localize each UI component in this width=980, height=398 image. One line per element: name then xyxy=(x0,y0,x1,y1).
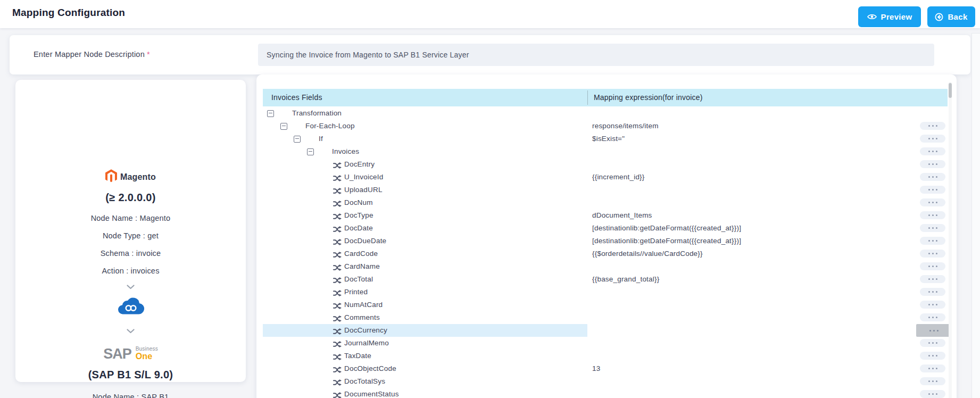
row-actions-menu-button[interactable] xyxy=(920,301,945,309)
mapping-row[interactable]: DocDate[destinationlib:getDateFormat({{c… xyxy=(263,222,952,235)
row-actions-menu-button[interactable] xyxy=(920,262,945,270)
row-actions-menu-button[interactable] xyxy=(920,135,945,143)
sap-business-text: Business xyxy=(136,346,158,352)
shuffle-map-icon xyxy=(333,161,342,168)
row-actions-menu-button[interactable] xyxy=(920,352,945,360)
row-actions-menu-button[interactable] xyxy=(920,186,945,194)
mapping-row[interactable]: DocTypedDocument_Items xyxy=(263,209,952,222)
mapping-row[interactable]: JournalMemo xyxy=(263,337,952,350)
shuffle-map-icon xyxy=(333,314,342,321)
ellipsis-dot xyxy=(928,304,930,305)
row-actions-menu-button[interactable] xyxy=(920,173,945,181)
eye-icon xyxy=(867,13,877,20)
field-label: DocumentStatus xyxy=(344,390,399,398)
mapping-row[interactable]: DocDueDate[destinationlib:getDateFormat(… xyxy=(263,235,952,247)
ellipsis-dot xyxy=(928,240,930,242)
page-scrollbar[interactable] xyxy=(971,33,980,398)
mapping-row[interactable]: TaxDate xyxy=(263,350,952,362)
mapping-row[interactable]: Comments xyxy=(263,311,952,324)
mapping-expression: [destinationlib:getDateFormat({{created_… xyxy=(592,237,741,245)
mapping-row[interactable]: DocTotalSys xyxy=(263,375,952,388)
field-label: DocTotal xyxy=(344,275,373,283)
ellipsis-dot xyxy=(936,240,937,242)
table-scrollbar-thumb[interactable] xyxy=(949,83,952,98)
mapping-row[interactable]: For-Each-Loopresponse/items/item xyxy=(263,120,952,132)
ellipsis-dot xyxy=(937,330,939,331)
ellipsis-dot xyxy=(932,393,934,395)
mapping-row[interactable]: DocCurrency xyxy=(263,324,952,337)
ellipsis-dot xyxy=(928,163,930,165)
row-actions-menu-button[interactable] xyxy=(920,211,945,219)
mapping-row[interactable]: DocEntry xyxy=(263,158,952,171)
row-actions-menu-button[interactable] xyxy=(920,160,945,168)
row-actions-menu-button[interactable] xyxy=(920,339,945,347)
mapping-row[interactable]: CardName xyxy=(263,260,952,273)
mapping-row[interactable]: If$isExist=" xyxy=(263,132,952,145)
collapse-expander-icon[interactable] xyxy=(267,110,274,117)
row-actions-menu-button[interactable] xyxy=(920,224,945,232)
row-actions-menu-button[interactable] xyxy=(920,122,945,130)
ellipsis-dot xyxy=(928,253,930,254)
row-actions-menu-button[interactable] xyxy=(920,377,945,385)
mapping-row[interactable]: DocObjectCode13 xyxy=(263,362,952,375)
ellipsis-dot xyxy=(936,393,937,395)
ellipsis-dot xyxy=(933,330,935,331)
ellipsis-dot xyxy=(932,176,934,178)
row-actions-menu-button[interactable] xyxy=(920,250,945,258)
collapse-expander-icon[interactable] xyxy=(307,148,314,155)
sap-wordmark: SAP xyxy=(103,347,131,361)
mapping-row[interactable]: Invoices xyxy=(263,145,952,158)
mapping-expression: {{$orderdetails//value/CardCode}} xyxy=(592,250,703,258)
field-label: TaxDate xyxy=(344,352,371,360)
collapse-expander-icon[interactable] xyxy=(294,136,301,143)
ellipsis-dot xyxy=(936,151,937,152)
row-actions-menu-button[interactable] xyxy=(920,313,945,321)
mapping-row[interactable]: DocTotal{{base_grand_total}} xyxy=(263,273,952,286)
field-label: Invoices xyxy=(332,147,359,155)
ellipsis-dot xyxy=(932,278,934,280)
row-actions-menu-button[interactable] xyxy=(920,147,945,155)
shuffle-map-icon xyxy=(333,391,342,397)
preview-button[interactable]: Preview xyxy=(858,6,921,27)
mapping-row[interactable]: Printed xyxy=(263,286,952,298)
ellipsis-dot xyxy=(928,138,930,139)
ellipsis-dot xyxy=(932,355,934,356)
ellipsis-dot xyxy=(928,291,930,293)
field-label: Transformation xyxy=(292,109,342,117)
collapse-expander-icon[interactable] xyxy=(280,123,287,130)
row-actions-menu-button[interactable] xyxy=(920,364,945,372)
ellipsis-dot xyxy=(932,214,934,216)
ellipsis-dot xyxy=(936,355,937,356)
ellipsis-dot xyxy=(928,393,930,395)
shuffle-map-icon xyxy=(333,238,342,244)
source-node-info: Node Name : MagentoNode Type : getSchema… xyxy=(15,214,246,284)
magento-wordmark: Magento xyxy=(120,172,156,182)
row-actions-menu-button[interactable] xyxy=(916,324,952,337)
mapper-description-input[interactable] xyxy=(258,44,934,66)
table-scrollbar[interactable] xyxy=(949,82,952,398)
back-button[interactable]: Back xyxy=(927,6,975,27)
row-actions-menu-button[interactable] xyxy=(920,288,945,296)
mapping-expression: {{base_grand_total}} xyxy=(592,275,659,283)
mapping-row[interactable]: CardCode{{$orderdetails//value/CardCode}… xyxy=(263,247,952,260)
field-label: CardCode xyxy=(344,250,378,258)
shuffle-map-icon xyxy=(333,276,342,283)
mapping-row[interactable]: UploadURL xyxy=(263,184,952,196)
mapping-table-header: Invoices Fields Mapping expression(for i… xyxy=(263,89,948,106)
row-actions-menu-button[interactable] xyxy=(920,237,945,245)
row-actions-menu-button[interactable] xyxy=(920,198,945,206)
ellipsis-dot xyxy=(932,151,934,152)
description-label: Enter Mapper Node Description* xyxy=(34,50,150,59)
ellipsis-dot xyxy=(928,125,930,127)
ellipsis-dot xyxy=(928,317,930,318)
mapping-row[interactable]: U_InvoiceId{{increment_id}} xyxy=(263,171,952,184)
ellipsis-dot xyxy=(936,125,937,127)
mapping-row[interactable]: DocNum xyxy=(263,196,952,209)
mapping-row[interactable]: NumAtCard xyxy=(263,298,952,311)
cloud-link-icon xyxy=(15,295,246,316)
row-actions-menu-button[interactable] xyxy=(920,275,945,283)
row-actions-menu-button[interactable] xyxy=(920,390,945,398)
mapping-row[interactable]: Transformation xyxy=(263,107,952,120)
column-header-invoices-fields: Invoices Fields xyxy=(271,89,322,106)
mapping-row[interactable]: DocumentStatus xyxy=(263,388,952,398)
